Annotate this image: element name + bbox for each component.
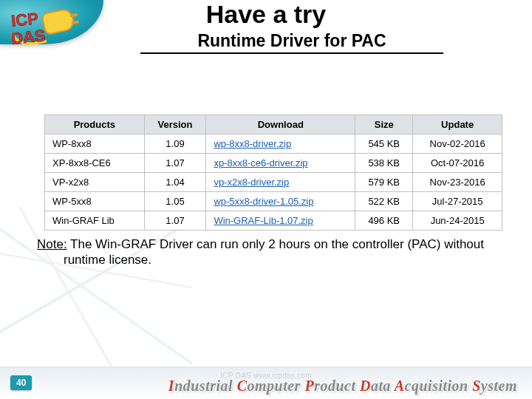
brand-roduct: roduct — [314, 378, 360, 394]
cell-version: 1.09 — [144, 134, 206, 154]
cell-size: 538 KB — [355, 154, 413, 173]
cell-update: Oct-07-2016 — [413, 154, 502, 173]
col-version: Version — [144, 115, 206, 134]
cell-version: 1.05 — [144, 192, 206, 211]
page-title: Have a try — [0, 0, 532, 29]
subtitle-wrap: Runtime Driver for PAC — [96, 31, 488, 54]
col-size: Size — [355, 115, 413, 134]
footer-bar: ICP DAS www.icpdas.com Industrial Comput… — [0, 366, 532, 399]
cell-update: Jun-24-2015 — [413, 211, 502, 231]
table-header-row: Products Version Download Size Update — [45, 115, 502, 134]
brand-ndustrial: ndustrial — [174, 378, 236, 394]
brand-cquisition: cquisition — [405, 378, 473, 394]
cell-download[interactable]: wp-8xx8-driver.zip — [206, 134, 355, 154]
col-products: Products — [45, 115, 145, 134]
brand-a: A — [395, 378, 405, 394]
download-link[interactable]: vp-x2x8-driver.zip — [214, 177, 289, 188]
cell-version: 1.07 — [144, 154, 206, 173]
page-subtitle: Runtime Driver for PAC — [194, 31, 389, 52]
download-link[interactable]: wp-8xx8-driver.zip — [214, 138, 291, 149]
cell-product: WP-8xx8 — [45, 134, 145, 154]
col-update: Update — [413, 115, 502, 134]
brand-s: S — [472, 378, 481, 394]
cell-version: 1.07 — [144, 211, 206, 231]
cell-product: VP-x2x8 — [45, 173, 145, 192]
cell-size: 496 KB — [355, 211, 413, 231]
cell-download[interactable]: vp-x2x8-driver.zip — [206, 173, 355, 192]
download-link[interactable]: xp-8xx8-ce6-driver.zip — [214, 157, 307, 168]
col-download: Download — [206, 115, 355, 134]
download-link[interactable]: Win-GRAF-Lib-1.07.zip — [214, 215, 313, 226]
page-number-badge: 40 — [10, 375, 32, 390]
brand-logo: ICP DAS — [10, 6, 77, 50]
cell-size: 545 KB — [355, 134, 413, 154]
note-line2: runtime license. — [64, 252, 502, 267]
background-geometry — [0, 207, 192, 377]
subtitle-underline — [140, 52, 443, 54]
table-row: Win-GRAF Lib1.07Win-GRAF-Lib-1.07.zip496… — [45, 211, 502, 231]
brand-c: C — [237, 378, 248, 394]
table-row: WP-5xx81.05wp-5xx8-driver-1.05.zip522 KB… — [45, 192, 502, 211]
cell-download[interactable]: Win-GRAF-Lib-1.07.zip — [206, 211, 355, 231]
cell-download[interactable]: wp-5xx8-driver-1.05.zip — [206, 192, 355, 211]
cell-update: Jul-27-2015 — [413, 192, 502, 211]
brand-ata: ata — [371, 378, 395, 394]
cell-download[interactable]: xp-8xx8-ce6-driver.zip — [206, 154, 355, 173]
table-row: WP-8xx81.09wp-8xx8-driver.zip545 KBNov-0… — [45, 134, 502, 154]
brand-ystem: ystem — [481, 378, 517, 394]
logo-text-bottom: DAS — [10, 26, 47, 48]
cell-product: XP-8xx8-CE6 — [45, 154, 145, 173]
cell-product: Win-GRAF Lib — [45, 211, 145, 231]
footer-brand-tagline: Industrial Computer Product Data Acquisi… — [0, 378, 517, 395]
cell-update: Nov-23-2016 — [413, 173, 502, 192]
brand-d: D — [360, 378, 371, 394]
brand-omputer: omputer — [247, 378, 304, 394]
driver-table: Products Version Download Size Update WP… — [44, 115, 502, 231]
table-row: VP-x2x81.04vp-x2x8-driver.zip579 KBNov-2… — [45, 173, 502, 192]
note-text: Note: The Win-GRAF Driver can run only 2… — [37, 236, 502, 268]
note-label: Note: — [37, 237, 67, 251]
cell-product: WP-5xx8 — [45, 192, 145, 211]
cell-update: Nov-02-2016 — [413, 134, 502, 154]
table-row: XP-8xx8-CE61.07xp-8xx8-ce6-driver.zip538… — [45, 154, 502, 173]
cell-size: 579 KB — [355, 173, 413, 192]
note-line1: The Win-GRAF Driver can run only 2 hours… — [67, 237, 484, 251]
cell-size: 522 KB — [355, 192, 413, 211]
brand-i: I — [168, 378, 174, 394]
cell-version: 1.04 — [144, 173, 206, 192]
brand-p: P — [304, 378, 314, 394]
download-link[interactable]: wp-5xx8-driver-1.05.zip — [214, 196, 313, 207]
